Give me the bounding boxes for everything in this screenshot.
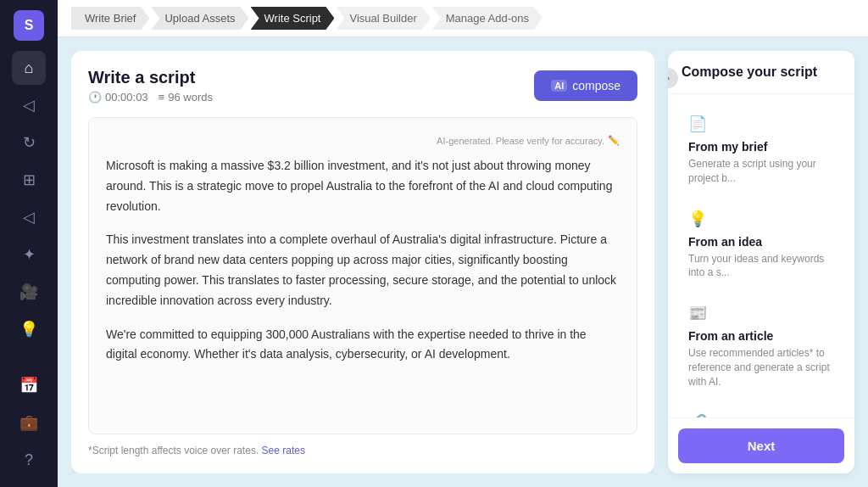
sidebar-item-help[interactable]: ?: [12, 443, 46, 477]
editor-title: Write a script: [88, 68, 213, 87]
step-write-script[interactable]: Write Script: [251, 7, 335, 30]
script-footer: *Script length affects voice over rates.…: [88, 445, 637, 456]
script-content[interactable]: AI-generated. Please verify for accuracy…: [88, 117, 637, 434]
brief-icon: 📄: [688, 115, 834, 133]
step-upload-assets[interactable]: Upload Assets: [151, 7, 248, 30]
stepper-steps: Write Brief Upload Assets Write Script V…: [71, 7, 544, 30]
ai-badge: AI: [551, 80, 567, 92]
sidebar-item-layout[interactable]: ⊞: [12, 163, 46, 197]
step-manage-addons[interactable]: Manage Add-ons: [432, 7, 542, 30]
sidebar-item-magic[interactable]: ✦: [12, 238, 46, 271]
ai-notice: AI-generated. Please verify for accuracy…: [106, 135, 620, 146]
sidebar-item-share[interactable]: ◁: [12, 88, 46, 122]
editor-title-group: Write a script 🕐 00:00:03 ≡ 96 words: [88, 68, 213, 104]
article-icon: 📰: [688, 304, 834, 322]
sidebar-item-back[interactable]: ◁: [12, 200, 46, 234]
editor-card: Write a script 🕐 00:00:03 ≡ 96 words: [71, 51, 654, 473]
compose-option-link[interactable]: 🔗 From a link Enter a web address* to re…: [678, 403, 844, 417]
sidebar: S ⌂ ◁ ↻ ⊞ ◁ ✦ 🎥 💡 📅 💼 ?: [0, 0, 58, 487]
sidebar-item-home[interactable]: ⌂: [12, 51, 46, 85]
script-paragraph-2: This investment translates into a comple…: [106, 230, 620, 311]
clock-icon: 🕐: [88, 91, 102, 104]
time-display: 🕐 00:00:03: [88, 91, 148, 104]
step-write-brief[interactable]: Write Brief: [71, 7, 149, 30]
sidebar-item-camera[interactable]: 🎥: [12, 275, 46, 309]
next-button[interactable]: Next: [678, 428, 844, 463]
compose-button[interactable]: AI compose: [534, 70, 637, 101]
word-count-display: ≡ 96 words: [159, 91, 213, 104]
compose-option-article[interactable]: 📰 From an article Use recommended articl…: [678, 294, 844, 399]
compose-panel-footer: Next: [668, 417, 854, 473]
content-area: Write a script 🕐 00:00:03 ≡ 96 words: [58, 37, 868, 487]
script-paragraph-1: Microsoft is making a massive $3.2 billi…: [106, 156, 620, 216]
main-area: Write Brief Upload Assets Write Script V…: [58, 0, 868, 487]
compose-options: 📄 From my brief Generate a script using …: [668, 94, 854, 417]
stepper-bar: Write Brief Upload Assets Write Script V…: [58, 0, 868, 37]
sidebar-item-briefcase[interactable]: 💼: [12, 406, 46, 439]
sidebar-bottom: 📅 💼 ?: [12, 368, 46, 477]
editor-meta: 🕐 00:00:03 ≡ 96 words: [88, 91, 213, 104]
idea-icon: 💡: [688, 210, 834, 228]
compose-panel: › Compose your script 📄 From my brief Ge…: [668, 51, 854, 473]
editor-panel: Write a script 🕐 00:00:03 ≡ 96 words: [71, 51, 654, 473]
sidebar-item-lightbulb[interactable]: 💡: [12, 312, 46, 346]
sidebar-item-calendar[interactable]: 📅: [12, 368, 46, 402]
lines-icon: ≡: [159, 91, 165, 104]
editor-header: Write a script 🕐 00:00:03 ≡ 96 words: [88, 68, 637, 104]
compose-option-brief[interactable]: 📄 From my brief Generate a script using …: [678, 104, 844, 196]
script-text[interactable]: Microsoft is making a massive $3.2 billi…: [106, 156, 620, 365]
sidebar-item-refresh[interactable]: ↻: [12, 126, 46, 160]
see-rates-link[interactable]: See rates: [262, 445, 305, 456]
script-paragraph-3: We're committed to equipping 300,000 Aus…: [106, 325, 620, 366]
compose-panel-header: Compose your script: [668, 51, 854, 94]
compose-option-idea[interactable]: 💡 From an idea Turn your ideas and keywo…: [678, 199, 844, 291]
edit-icon[interactable]: ✏️: [608, 135, 620, 146]
step-visual-builder[interactable]: Visual Builder: [336, 7, 430, 30]
app-logo: S: [14, 10, 44, 41]
